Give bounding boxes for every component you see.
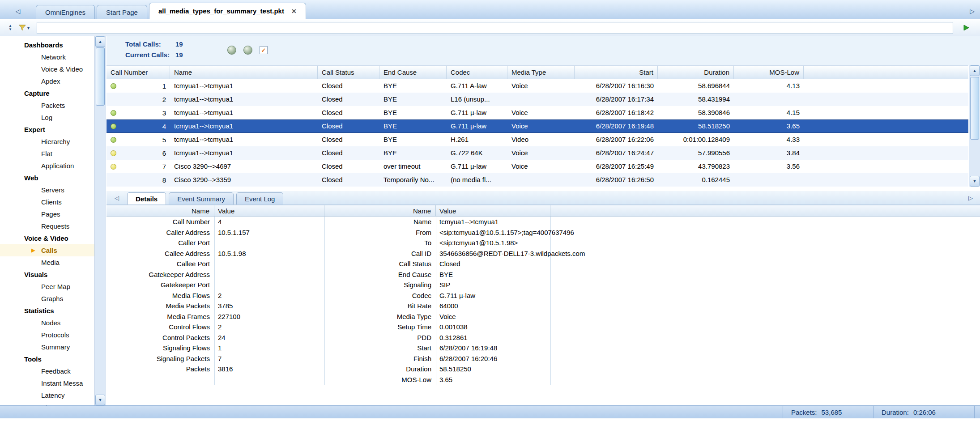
call-row-1[interactable]: 1tcmyua1-->tcmyua1ClosedBYEG.711 A-lawVo…: [107, 79, 968, 93]
tab-omniengines[interactable]: OmniEngines: [36, 5, 95, 19]
sidebar-item-nodes[interactable]: Nodes: [0, 317, 94, 329]
sidebar-item-clients[interactable]: Clients: [0, 196, 94, 208]
cell-call_number: 1: [107, 79, 170, 93]
detail-name: Start: [324, 344, 436, 352]
sidebar-section-tools: Tools: [0, 353, 94, 365]
column-header-codec[interactable]: Codec: [447, 66, 507, 79]
column-header-media-type[interactable]: Media Type: [507, 66, 575, 79]
apply-filter-button[interactable]: [959, 21, 974, 34]
scrollbar-thumb[interactable]: [96, 47, 105, 106]
details-name-header: Name: [324, 205, 436, 216]
column-header-call-status[interactable]: Call Status: [318, 66, 379, 79]
call-row-8[interactable]: 8Cisco 3290-->3359ClosedTemporarily No..…: [107, 173, 968, 187]
filter-funnel-button[interactable]: ▾: [15, 22, 33, 34]
column-header-mos-low[interactable]: MOS-Low: [734, 66, 804, 79]
tab-all-media-types-for-summary-test-pkt[interactable]: all_media_types_for_summary_test.pkt✕: [149, 3, 306, 19]
sidebar-item-label: Instant Messa: [41, 379, 83, 387]
column-header-start[interactable]: Start: [575, 66, 658, 79]
column-header-call-number[interactable]: Call Number: [107, 66, 170, 79]
call-number-text: 1: [162, 82, 166, 90]
cell-mos_low: 4.13: [734, 79, 804, 93]
detail-tab-event-summary[interactable]: Event Summary: [169, 192, 234, 204]
scroll-up-icon[interactable]: ▲: [970, 65, 980, 76]
sidebar-item-instant-messa[interactable]: Instant Messa: [0, 377, 94, 389]
cell-duration: 58.696844: [658, 79, 734, 93]
call-row-7[interactable]: 7Cisco 3290-->4697Closedover timeoutG.71…: [107, 160, 968, 173]
sidebar-item-requests[interactable]: Requests: [0, 220, 94, 232]
detail-name: Control Flows: [107, 323, 214, 331]
call-row-2[interactable]: 2tcmyua1-->tcmyua1ClosedBYEL16 (unsup...…: [107, 93, 968, 106]
detail-tab-event-log[interactable]: Event Log: [236, 192, 284, 204]
sidebar-item-apdex[interactable]: Apdex: [0, 75, 94, 87]
sidebar-item-label: Hierarchy: [41, 138, 70, 145]
sidebar-item-packets[interactable]: Packets: [0, 99, 94, 111]
call-row-6[interactable]: 6tcmyua1-->tcmyua1ClosedBYEG.722 64KVoic…: [107, 146, 968, 160]
sidebar-item-summary[interactable]: Summary: [0, 341, 94, 353]
cell-codec: H.261: [447, 133, 507, 146]
column-header-end-cause[interactable]: End Cause: [379, 66, 447, 79]
call-row-3[interactable]: 3tcmyua1-->tcmyua1ClosedBYEG.711 µ-lawVo…: [107, 106, 968, 119]
cell-filler: [804, 119, 968, 133]
sidebar-item-pages[interactable]: Pages: [0, 208, 94, 220]
cell-call_status: Closed: [318, 133, 379, 146]
call-row-5[interactable]: 5tcmyua1-->tcmyua1ClosedBYEH.261Video6/2…: [107, 133, 968, 146]
cell-call_number: 5: [107, 133, 170, 146]
current-calls-value: 19: [175, 51, 183, 59]
sidebar-item-flat[interactable]: Flat: [0, 148, 94, 160]
green-status-icon: [111, 110, 116, 116]
filter-input[interactable]: [37, 22, 953, 34]
packets-label: Packets:: [791, 408, 817, 416]
sidebar-item-ping[interactable]: Ping: [0, 401, 94, 405]
sidebar-item-latency[interactable]: Latency: [0, 389, 94, 401]
close-icon[interactable]: ✕: [291, 8, 297, 15]
sidebar-item-label: Requests: [41, 222, 69, 230]
video-call-icon[interactable]: [243, 46, 252, 55]
sidebar-item-protocols[interactable]: Protocols: [0, 329, 94, 341]
omnipeek-window: ◁ OmniEnginesStart Pageall_media_types_f…: [0, 0, 980, 434]
tab-scroll-left-icon[interactable]: ◁: [0, 8, 36, 19]
calls-view: Total Calls: 19 Current Calls: 19 ✓ Call…: [107, 36, 980, 405]
sidebar-item-hierarchy[interactable]: Hierarchy: [0, 136, 94, 148]
sidebar-item-media[interactable]: Media: [0, 256, 94, 268]
details-value-header: Value: [214, 205, 324, 216]
tab-start-page[interactable]: Start Page: [97, 5, 147, 19]
detail-tabs-scroll-right-icon[interactable]: ▷: [968, 195, 973, 201]
sidebar-item-voice-video[interactable]: Voice & Video: [0, 63, 94, 75]
details-header-filler: [550, 205, 980, 216]
cell-filler: [804, 160, 968, 173]
call-row-4[interactable]: 4tcmyua1-->tcmyua1ClosedBYEG.711 µ-lawVo…: [107, 119, 968, 133]
sidebar-item-application[interactable]: Application: [0, 160, 94, 172]
sidebar-item-graphs[interactable]: Graphs: [0, 293, 94, 305]
sidebar-item-log[interactable]: Log: [0, 111, 94, 123]
detail-value: 10.5.1.98: [214, 250, 324, 257]
cell-codec: G.711 µ-law: [447, 119, 507, 133]
column-header-duration[interactable]: Duration: [658, 66, 734, 79]
calls-table-scrollbar[interactable]: ▲ ▼: [969, 65, 980, 187]
details-row: Caller Address10.5.1.157From<sip:tcmyua1…: [107, 227, 980, 238]
detail-tab-details[interactable]: Details: [127, 192, 166, 204]
voice-call-icon[interactable]: [227, 46, 236, 55]
cell-start: 6/28/2007 16:25:49: [575, 160, 658, 173]
cell-end_cause: BYE: [379, 106, 447, 119]
sidebar-scrollbar[interactable]: ▲ ▼: [94, 36, 106, 405]
scroll-down-icon[interactable]: ▼: [95, 395, 105, 405]
tab-scroll-right-icon[interactable]: ▷: [970, 8, 975, 15]
sidebar-item-label: Flat: [41, 150, 52, 157]
detail-name: Bit Rate: [324, 302, 436, 310]
cell-name: tcmyua1-->tcmyua1: [170, 119, 318, 133]
sidebar-item-calls[interactable]: ▶Calls: [0, 244, 94, 256]
scroll-up-icon[interactable]: ▲: [95, 36, 105, 47]
detail-tabs-scroll-left-icon[interactable]: ◁: [107, 195, 127, 204]
column-header-name[interactable]: Name: [170, 66, 318, 79]
options-checklist-icon[interactable]: ✓: [260, 46, 268, 54]
total-calls-value: 19: [175, 40, 183, 48]
details-row: Media Flows2CodecG.711 µ-law: [107, 290, 980, 301]
detail-name: End Cause: [324, 271, 436, 278]
sidebar-item-peer-map[interactable]: Peer Map: [0, 281, 94, 293]
scroll-down-icon[interactable]: ▼: [970, 176, 980, 187]
scrollbar-thumb[interactable]: [970, 77, 979, 140]
sidebar-item-feedback[interactable]: Feedback: [0, 365, 94, 377]
filter-spinner-icon[interactable]: ▲▼: [5, 22, 15, 34]
sidebar-item-servers[interactable]: Servers: [0, 184, 94, 196]
sidebar-item-network[interactable]: Network: [0, 51, 94, 63]
